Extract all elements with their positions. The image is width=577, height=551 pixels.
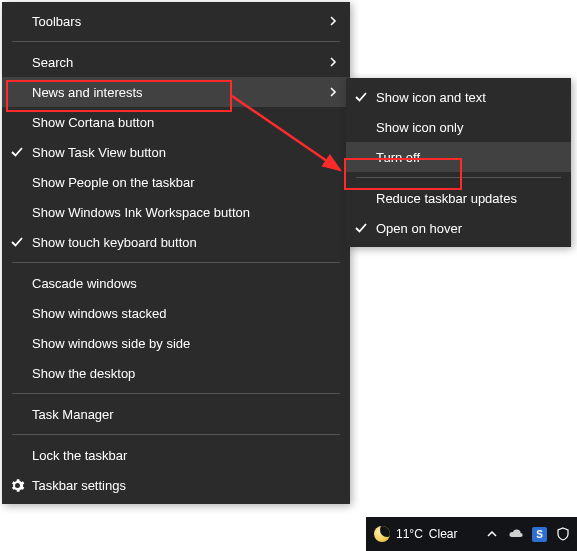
menu-item-label: Cascade windows	[32, 276, 320, 291]
subMenu-item[interactable]: Open on hover	[346, 213, 571, 243]
mainMenu-item[interactable]: Taskbar settings	[2, 470, 350, 500]
mainMenu-item[interactable]: Task Manager	[2, 399, 350, 429]
mainMenu-item[interactable]: Search	[2, 47, 350, 77]
mainMenu-item[interactable]: Lock the taskbar	[2, 440, 350, 470]
subMenu-item[interactable]: Reduce taskbar updates	[346, 183, 571, 213]
mainMenu-item[interactable]: News and interests	[2, 77, 350, 107]
check-icon	[10, 145, 24, 159]
chevron-up-icon[interactable]	[484, 526, 500, 542]
check-icon	[10, 235, 24, 249]
taskbar: 11°C Clear S	[366, 517, 577, 551]
system-tray: S	[478, 526, 577, 542]
menu-item-label: Lock the taskbar	[32, 448, 320, 463]
menu-item-label: Open on hover	[376, 221, 541, 236]
check-column	[2, 235, 32, 249]
chevron-right-icon	[328, 56, 338, 68]
submenu-column	[320, 56, 338, 68]
menu-item-label: Show Windows Ink Workspace button	[32, 205, 320, 220]
subMenu-item[interactable]: Turn off	[346, 142, 571, 172]
menu-item-label: Show windows stacked	[32, 306, 320, 321]
mainMenu-item[interactable]: Show Windows Ink Workspace button	[2, 197, 350, 227]
menu-item-label: Reduce taskbar updates	[376, 191, 541, 206]
mainMenu-item[interactable]: Show windows stacked	[2, 298, 350, 328]
menu-item-label: Show the desktop	[32, 366, 320, 381]
menu-item-label: Show Cortana button	[32, 115, 320, 130]
menu-separator	[12, 393, 340, 394]
menu-item-label: Task Manager	[32, 407, 320, 422]
mainMenu-item[interactable]: Toolbars	[2, 6, 350, 36]
taskbar-context-menu: ToolbarsSearchNews and interestsShow Cor…	[2, 2, 350, 504]
mainMenu-item[interactable]: Show Cortana button	[2, 107, 350, 137]
subMenu-item[interactable]: Show icon and text	[346, 82, 571, 112]
ime-badge-icon[interactable]: S	[532, 527, 547, 542]
menu-item-label: News and interests	[32, 85, 320, 100]
mainMenu-item[interactable]: Show the desktop	[2, 358, 350, 388]
weather-temp: 11°C	[396, 527, 423, 541]
news-and-interests-submenu: Show icon and textShow icon onlyTurn off…	[346, 78, 571, 247]
check-icon	[354, 90, 368, 104]
weather-widget[interactable]: 11°C Clear	[366, 517, 466, 551]
menu-item-label: Show Task View button	[32, 145, 320, 160]
check-column	[2, 145, 32, 159]
menu-item-label: Show windows side by side	[32, 336, 320, 351]
menu-item-label: Show icon only	[376, 120, 541, 135]
chevron-right-icon	[328, 86, 338, 98]
cloud-icon[interactable]	[508, 526, 524, 542]
mainMenu-item[interactable]: Show People on the taskbar	[2, 167, 350, 197]
security-icon[interactable]	[555, 526, 571, 542]
check-column	[346, 221, 376, 235]
mainMenu-item[interactable]: Cascade windows	[2, 268, 350, 298]
moon-icon	[374, 526, 390, 542]
menu-item-label: Show People on the taskbar	[32, 175, 320, 190]
mainMenu-item[interactable]: Show touch keyboard button	[2, 227, 350, 257]
menu-separator	[12, 262, 340, 263]
menu-item-label: Show icon and text	[376, 90, 541, 105]
mainMenu-item[interactable]: Show Task View button	[2, 137, 350, 167]
menu-item-label: Toolbars	[32, 14, 320, 29]
menu-item-label: Search	[32, 55, 320, 70]
gear-icon	[2, 478, 32, 493]
submenu-column	[320, 86, 338, 98]
menu-item-label: Show touch keyboard button	[32, 235, 320, 250]
menu-separator	[12, 434, 340, 435]
menu-item-label: Turn off	[376, 150, 541, 165]
mainMenu-item[interactable]: Show windows side by side	[2, 328, 350, 358]
check-icon	[354, 221, 368, 235]
menu-item-label: Taskbar settings	[32, 478, 320, 493]
menu-separator	[12, 41, 340, 42]
menu-separator	[356, 177, 561, 178]
chevron-right-icon	[328, 15, 338, 27]
weather-label: Clear	[429, 527, 458, 541]
check-column	[346, 90, 376, 104]
subMenu-item[interactable]: Show icon only	[346, 112, 571, 142]
submenu-column	[320, 15, 338, 27]
